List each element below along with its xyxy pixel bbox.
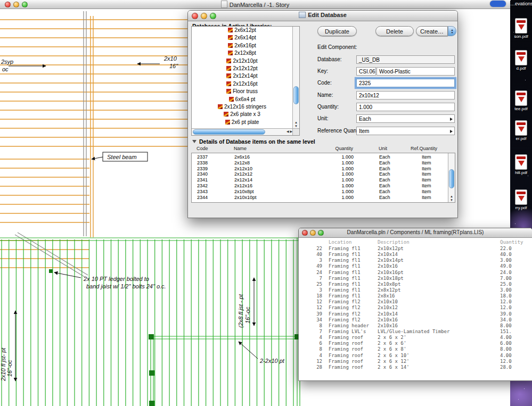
component-row: 34Framing fl22x10x1634.000 [300,317,512,323]
scrollbar-arrows-icon[interactable]: ◀ ▶ [287,129,292,133]
component-cell: 2x10x14pt [378,258,500,263]
table-cell: 2342 [192,183,218,189]
db-list-item[interactable]: 6x6x4 pt [192,96,292,103]
component-icon [218,104,223,109]
component-cell: 22 [300,246,324,252]
pdf-swirl-icon [518,24,525,30]
desktop-selected-label[interactable] [490,1,506,7]
unit-popup[interactable]: Each [356,114,455,123]
create-stepper[interactable]: ▲ ▼ [448,26,456,36]
component-cell: 34 [300,317,324,323]
component-icon [229,97,234,102]
db-list-item[interactable]: 2x12x16pt [192,80,292,88]
quantity-field[interactable]: 1.000 [356,103,455,111]
component-cell: LVL/Glue-Laminated Timber [378,329,500,335]
table-row[interactable]: 23432x10x8pt1.000EachItem [192,189,448,195]
table-cell: 2x12x12 [218,171,320,177]
component-cell: 2x10x14 [378,311,500,317]
scrollbar-thumb[interactable] [193,129,265,135]
key-field-2[interactable]: Wood-Plastic [377,67,455,76]
name-field[interactable]: 2x10x12 [356,91,455,100]
create-button[interactable]: Create… [416,26,448,36]
component-icon [224,112,228,117]
pdf-file-icon[interactable]: tee.pdf [510,90,532,111]
annotation-post: 2-2x10 pt [259,358,285,364]
reference-quantity-popup[interactable]: Item [356,127,455,135]
databases-listbox[interactable]: 2x6x12pt2x6x14pt2x6x16pt2x12x8pt2x12x10p… [191,26,300,136]
database-field[interactable]: _US_DB [356,55,455,64]
pdf-file-icon[interactable]: rry.pdf [510,189,532,210]
table-row[interactable]: 23402x12x121.000EachItem [192,171,448,177]
db-list-item[interactable]: 2x6 plate x 3 [192,111,292,118]
components-window-title: DanMarcella.pln / Components / ML framin… [299,229,532,235]
annotation-steel-beam: Steel beam [107,154,137,160]
pdf-swirl-icon [518,161,525,166]
details-table[interactable]: 23372x6x161.000EachItem23382x12x81.000Ea… [191,153,455,203]
db-list-item-label: 2x12x14pt [233,73,257,79]
key-field-1[interactable]: CSI.06 [356,67,376,76]
component-cell: 7.000 [500,276,512,281]
pdf-page-icon [515,189,527,205]
db-list-item[interactable]: 2x12x16 stringers [192,103,292,111]
db-list-item[interactable]: Floor truss [192,88,292,95]
scrollbar-thumb[interactable] [449,169,454,188]
cad-titlebar[interactable]: DanMarcella / -1. Story [0,0,510,9]
duplicate-button[interactable]: Duplicate [317,26,357,36]
db-list-item[interactable]: 2x12x14pt [192,72,292,80]
desktop-file-label[interactable]: …evations [510,1,532,6]
table-cell: 1.000 [320,183,357,189]
db-list-item[interactable]: 2x12x8pt [192,49,292,57]
edit-database-icon [299,12,306,18]
component-cell: Framing roof [324,346,378,352]
scrollbar-arrows-icon[interactable]: ▲▼ [293,121,299,128]
component-row: 39Framing fl22x10x1439.000 [300,311,512,317]
db-list-item[interactable]: 2x12x12pt [192,65,292,72]
component-row: 4Framing roof2 x 6 x 2'4.000 [300,335,512,341]
pdf-file-icon[interactable]: d.pdf [510,50,532,71]
table-cell: Item [407,189,448,195]
component-cell: 2x10x16 [378,263,500,269]
delete-button[interactable]: Delete [375,26,414,36]
component-cell: 24 [300,270,324,276]
adobe-band-icon [517,122,526,125]
pdf-file-icon[interactable]: er.pdf [510,120,532,141]
component-cell: 34.000 [500,317,512,323]
pdf-file-icon[interactable]: hill.pdf [510,154,532,175]
db-list-item[interactable]: 2x6x12pt [192,27,292,34]
component-cell: 8.000 [500,346,512,352]
table-row[interactable]: 23372x6x161.000EachItem [192,154,448,160]
joist-lines-green [0,238,300,406]
table-row[interactable]: 23422x12x161.000EachItem [192,183,448,189]
table-row[interactable]: 23442x10x10pt1.000EachItem [192,195,448,201]
db-list-item[interactable]: 2x6x16pt [192,42,292,49]
table-row[interactable]: 23392x12x101.000EachItem [192,166,448,172]
table-cell: 2x12x10 [218,166,320,172]
table-vertical-scrollbar[interactable]: ▲▼ [448,153,455,202]
table-cell: 2x10x8pt [218,189,320,195]
component-cell: Framing fl1 [324,293,378,299]
steel-beam-lines [15,11,88,277]
details-disclosure[interactable]: Details of Database items on the same le… [192,138,315,145]
code-field[interactable]: 2325 [356,79,455,87]
components-titlebar[interactable]: DanMarcella.pln / Components / ML framin… [299,228,532,238]
component-icon [226,73,231,78]
scrollbar-arrows-icon[interactable]: ▲▼ [448,195,455,202]
component-cell: 7 [300,329,324,335]
dialog-titlebar[interactable]: Edit Database [188,11,457,21]
list-horizontal-scrollbar[interactable]: ◀ ▶ [192,128,292,135]
scrollbar-thumb[interactable] [293,86,299,104]
list-vertical-scrollbar[interactable]: ▲▼ [292,27,299,128]
annotation-joist-a: 2syp [1,59,13,65]
joist-lines-orange [0,16,187,268]
header-quantity: Quantity [319,146,356,151]
db-list-item[interactable]: 2x12x10pt [192,57,292,65]
table-row[interactable]: 23412x12x141.000EachItem [192,177,448,183]
unit-value: Each [359,116,371,122]
table-cell: Item [407,171,448,177]
db-list-item[interactable]: 2x6x14pt [192,34,292,42]
db-list-item[interactable]: 2x6 pt plate [192,119,292,126]
component-cell: Framing fl1 [324,287,378,293]
pdf-file-icon[interactable]: son.pdf [510,18,532,39]
table-row[interactable]: 23382x12x81.000EachItem [192,160,448,166]
components-window: DanMarcella.pln / Components / ML framin… [298,228,532,381]
